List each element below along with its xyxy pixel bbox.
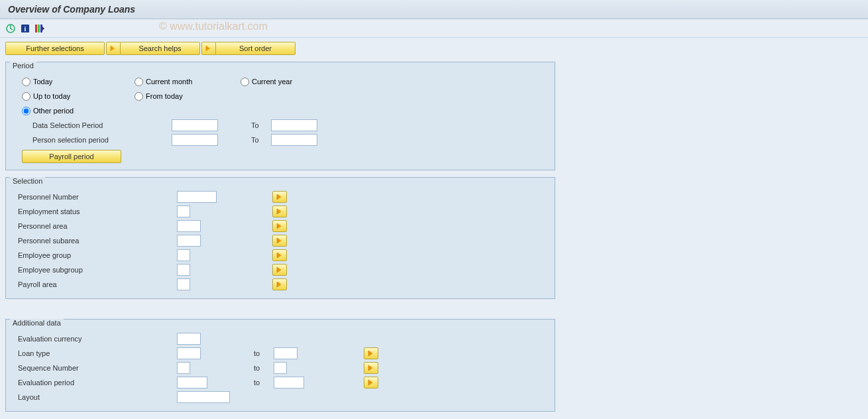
to-label: To	[251, 136, 271, 144]
evaluation-currency-label: Evaluation currency	[18, 335, 177, 343]
payroll-area-input[interactable]	[177, 278, 190, 290]
evaluation-period-from-input[interactable]	[177, 377, 207, 389]
evaluation-period-multi-button[interactable]	[364, 377, 378, 389]
employee-group-input[interactable]	[177, 249, 190, 261]
personnel-area-multi-button[interactable]	[272, 220, 287, 232]
personnel-area-label: Personnel area	[18, 222, 177, 230]
employee-subgroup-multi-button[interactable]	[272, 264, 287, 276]
personnel-subarea-multi-button[interactable]	[272, 235, 287, 247]
person-selection-period-to-input[interactable]	[271, 134, 317, 146]
radio-other-period-label: Other period	[33, 107, 74, 115]
to-label: to	[254, 364, 274, 372]
svg-rect-3	[35, 25, 37, 32]
radio-today[interactable]: Today	[22, 78, 135, 86]
selection-group: Selection Personnel Number Employment st…	[5, 177, 555, 299]
loan-type-from-input[interactable]	[177, 347, 201, 359]
personnel-subarea-label: Personnel subarea	[18, 237, 177, 245]
employment-status-label: Employment status	[18, 208, 177, 215]
personnel-subarea-input[interactable]	[177, 235, 201, 247]
radio-current-year-label: Current year	[252, 78, 292, 86]
radio-up-to-today-label: Up to today	[33, 92, 70, 100]
layout-input[interactable]	[177, 391, 230, 403]
info-icon[interactable]: i	[20, 23, 30, 34]
data-selection-period-from-input[interactable]	[172, 119, 218, 131]
selection-legend: Selection	[10, 177, 45, 185]
further-selections-button[interactable]: Further selections	[5, 42, 105, 55]
employee-subgroup-input[interactable]	[177, 264, 190, 276]
svg-rect-4	[38, 25, 40, 32]
employment-status-multi-button[interactable]	[272, 206, 287, 217]
period-group: Period Today Current month Current year …	[5, 62, 555, 170]
personnel-number-multi-button[interactable]	[272, 191, 287, 203]
arrow-right-icon	[106, 42, 121, 55]
data-source-icon[interactable]	[34, 23, 45, 34]
personnel-number-input[interactable]	[177, 191, 217, 203]
employee-subgroup-label: Employee subgroup	[18, 266, 177, 274]
radio-from-today-label: From today	[146, 92, 183, 100]
sort-order-label: Sort order	[216, 42, 296, 55]
person-selection-period-label: Person selection period	[32, 136, 172, 144]
sequence-number-to-input[interactable]	[274, 362, 287, 374]
page-title: Overview of Company Loans	[8, 4, 135, 15]
to-label: to	[254, 379, 274, 387]
loan-type-multi-button[interactable]	[364, 347, 378, 359]
employee-group-label: Employee group	[18, 251, 177, 259]
data-selection-period-to-input[interactable]	[271, 119, 317, 131]
payroll-area-label: Payroll area	[18, 280, 177, 288]
employee-group-multi-button[interactable]	[272, 249, 287, 261]
additional-legend: Additional data	[10, 319, 64, 327]
personnel-area-input[interactable]	[177, 220, 201, 232]
radio-current-month-label: Current month	[146, 78, 192, 86]
search-helps-button[interactable]: Search helps	[106, 42, 200, 55]
evaluation-period-label: Evaluation period	[18, 379, 177, 387]
radio-other-period[interactable]: Other period	[22, 107, 135, 115]
sequence-number-multi-button[interactable]	[364, 362, 378, 374]
sequence-number-from-input[interactable]	[177, 362, 190, 374]
sequence-number-label: Sequence Number	[18, 364, 177, 372]
selection-buttons-row: Further selections Search helps Sort ord…	[0, 38, 868, 59]
to-label: to	[254, 349, 274, 357]
person-selection-period-from-input[interactable]	[172, 134, 218, 146]
loan-type-to-input[interactable]	[274, 347, 298, 359]
watermark: © www.tutorialkart.com	[159, 21, 268, 32]
evaluation-period-to-input[interactable]	[274, 377, 304, 389]
period-legend: Period	[10, 62, 36, 70]
execute-icon[interactable]	[5, 23, 16, 34]
data-selection-period-label: Data Selection Period	[32, 121, 172, 129]
loan-type-label: Loan type	[18, 349, 177, 357]
personnel-number-label: Personnel Number	[18, 193, 177, 201]
svg-text:i: i	[25, 25, 27, 32]
to-label: To	[251, 121, 271, 129]
additional-data-group: Additional data Evaluation currency Loan…	[5, 319, 555, 412]
sort-order-button[interactable]: Sort order	[201, 42, 296, 55]
payroll-area-multi-button[interactable]	[272, 278, 287, 290]
radio-up-to-today[interactable]: Up to today	[22, 92, 135, 101]
toolbar: i © www.tutorialkart.com	[0, 19, 868, 38]
payroll-period-button[interactable]: Payroll period	[22, 150, 121, 163]
svg-rect-5	[40, 25, 42, 32]
layout-label: Layout	[18, 393, 177, 401]
radio-current-year[interactable]: Current year	[241, 78, 347, 86]
evaluation-currency-input[interactable]	[177, 333, 201, 345]
title-bar: Overview of Company Loans	[0, 0, 868, 19]
radio-today-label: Today	[33, 78, 52, 86]
radio-from-today[interactable]: From today	[135, 92, 241, 101]
search-helps-label: Search helps	[121, 42, 200, 55]
employment-status-input[interactable]	[177, 206, 190, 217]
radio-current-month[interactable]: Current month	[135, 78, 241, 86]
arrow-right-icon	[201, 42, 216, 55]
